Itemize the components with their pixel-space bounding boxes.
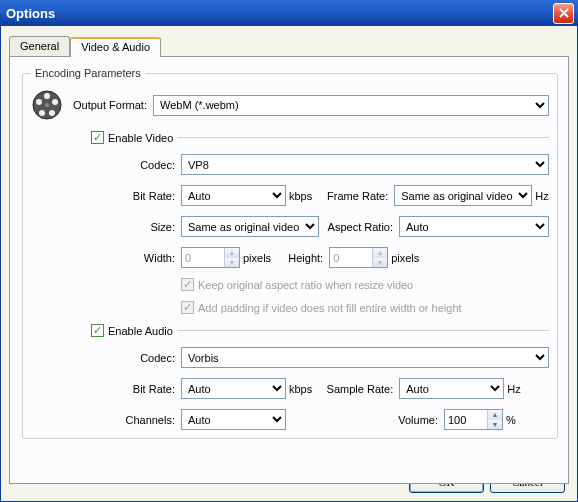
add-padding-checkbox [181, 301, 194, 314]
size-label: Size: [91, 221, 181, 233]
audio-bitrate-label: Bit Rate: [91, 383, 181, 395]
row-video-size: Size: Same as original video Aspect Rati… [91, 216, 549, 237]
row-audio-codec: Codec: Vorbis [91, 347, 549, 368]
enable-video-label: Enable Video [108, 132, 173, 144]
window-title: Options [6, 6, 55, 21]
volume-input[interactable] [445, 410, 487, 429]
client-area: General Video & Audio Encoding Parameter… [0, 26, 578, 502]
size-select[interactable]: Same as original video [181, 216, 319, 237]
title-bar: Options [0, 0, 578, 26]
width-unit: pixels [243, 252, 271, 264]
keep-aspect-checkbox [181, 278, 194, 291]
channels-label: Channels: [91, 414, 181, 426]
width-label: Width: [91, 252, 181, 264]
row-video-bitrate: Bit Rate: Auto kbps Frame Rate: Same as … [91, 185, 549, 206]
keep-aspect-label: Keep original aspect ratio when resize v… [198, 279, 413, 291]
audio-bitrate-select[interactable]: Auto [181, 378, 286, 399]
height-spinner: ▲▼ [329, 247, 388, 268]
video-codec-select[interactable]: VP8 [181, 154, 549, 175]
volume-label: Volume: [394, 414, 444, 426]
video-bitrate-unit: kbps [289, 190, 312, 202]
close-button[interactable] [553, 3, 574, 24]
svg-point-6 [45, 103, 49, 107]
height-input [330, 248, 372, 267]
framerate-label: Frame Rate: [324, 190, 394, 202]
row-dimensions: Width: ▲▼ pixels Height: ▲▼ pixels [91, 247, 549, 268]
svg-point-2 [52, 99, 58, 105]
volume-spinner[interactable]: ▲▼ [444, 409, 503, 430]
tab-strip: General Video & Audio [9, 34, 569, 56]
row-audio-bitrate: Bit Rate: Auto kbps Sample Rate: Auto Hz [91, 378, 549, 399]
width-input [182, 248, 224, 267]
aspect-select[interactable]: Auto [399, 216, 549, 237]
audio-codec-select[interactable]: Vorbis [181, 347, 549, 368]
audio-bitrate-unit: kbps [289, 383, 312, 395]
video-codec-label: Codec: [91, 159, 181, 171]
samplerate-select[interactable]: Auto [399, 378, 504, 399]
encoding-fieldset: Encoding Parameters Output Format: [22, 67, 558, 439]
video-bitrate-select[interactable]: Auto [181, 185, 286, 206]
encoding-legend: Encoding Parameters [31, 67, 145, 79]
tab-general[interactable]: General [9, 36, 70, 56]
row-keep-aspect: Keep original aspect ratio when resize v… [181, 278, 549, 291]
row-audio-channels: Channels: Auto Volume: ▲▼ % [91, 409, 549, 430]
close-icon [559, 8, 569, 18]
channels-select[interactable]: Auto [181, 409, 286, 430]
tab-video-audio[interactable]: Video & Audio [70, 37, 161, 57]
row-add-padding: Add padding if video does not fill entir… [181, 301, 549, 314]
output-format-label: Output Format: [69, 99, 153, 111]
framerate-unit: Hz [535, 190, 548, 202]
height-unit: pixels [391, 252, 419, 264]
enable-video-checkbox[interactable] [91, 131, 104, 144]
framerate-select[interactable]: Same as original video [394, 185, 532, 206]
aspect-label: Aspect Ratio: [319, 221, 399, 233]
enable-audio-label: Enable Audio [108, 325, 173, 337]
svg-point-4 [39, 110, 45, 116]
video-bitrate-label: Bit Rate: [91, 190, 181, 202]
row-output-format: Output Format: WebM (*.webm) [31, 89, 549, 121]
samplerate-unit: Hz [507, 383, 520, 395]
enable-audio-header: Enable Audio [91, 324, 549, 337]
film-reel-icon [31, 89, 63, 121]
width-spinner: ▲▼ [181, 247, 240, 268]
height-label: Height: [283, 252, 329, 264]
tab-panel: Encoding Parameters Output Format: [9, 56, 569, 484]
svg-point-5 [36, 99, 42, 105]
audio-codec-label: Codec: [91, 352, 181, 364]
samplerate-label: Sample Rate: [324, 383, 399, 395]
output-format-select[interactable]: WebM (*.webm) [153, 95, 549, 116]
volume-unit: % [506, 414, 516, 426]
svg-point-1 [44, 93, 50, 99]
row-video-codec: Codec: VP8 [91, 154, 549, 175]
add-padding-label: Add padding if video does not fill entir… [198, 302, 462, 314]
svg-point-3 [49, 110, 55, 116]
enable-audio-checkbox[interactable] [91, 324, 104, 337]
enable-video-header: Enable Video [91, 131, 549, 144]
